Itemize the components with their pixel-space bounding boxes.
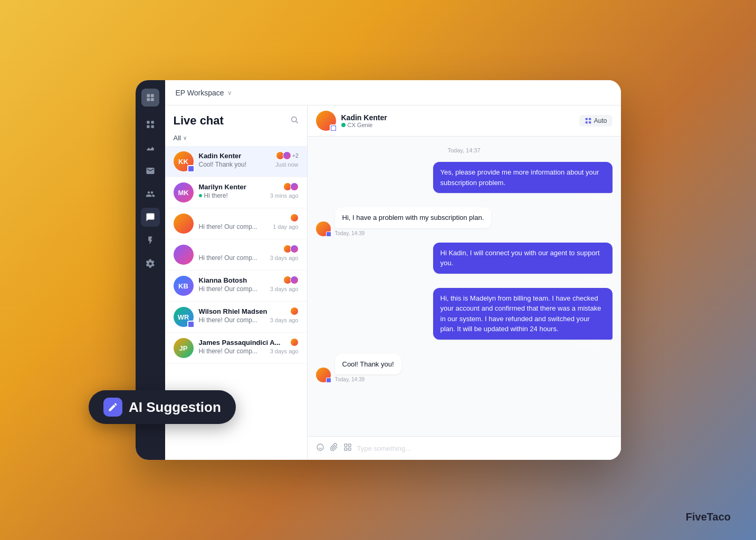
message-row: Hi Kadin, I will connect you with our ag… [316,243,613,282]
chat-item-preview: Hi there! Our comp... 3 days ago [199,254,299,262]
ai-suggestion-label: AI Suggestion [129,399,221,416]
avatar-badge-icon [326,378,331,383]
preview-text: Hi there! Our comp... [199,254,257,262]
preview-text: Hi there! Our comp... [199,316,257,324]
message-bubble: Hi, this is Madelyn from billing team. I… [433,288,613,340]
filter-label: All [174,134,181,142]
message-row: Hi, this is Madelyn from billing team. I… [316,288,613,348]
more-icon[interactable] [343,443,352,454]
sidebar-icon-users[interactable] [141,185,160,204]
chat-input-area [308,436,621,460]
chat-item[interactable]: KB Kianna Botosh Hi there [165,271,307,302]
filter-chevron-icon[interactable]: ∨ [183,135,187,141]
live-chat-title: Live chat [174,114,224,128]
avatar: KB [174,276,194,296]
chat-input-field[interactable] [357,445,613,452]
bot-badge-icon [187,165,195,172]
chat-item-info: Kianna Botosh Hi there! Our comp... 3 da… [199,276,299,293]
svg-point-15 [317,444,323,450]
svg-rect-10 [331,126,336,130]
sidebar-icon-bolt[interactable] [141,231,160,250]
avatar-wrap: KB [174,276,194,296]
chat-item[interactable]: Hi there! Our comp... 3 days ago [165,239,307,271]
chat-item-name: Marilyn Kenter [199,183,246,191]
chat-window-header: Kadin Kenter CX Genie Auto [308,105,621,137]
message-time: Today, 14 [433,195,613,201]
svg-rect-12 [589,118,591,120]
chat-item-name: James Passaquindici A... [199,339,281,346]
attachment-icon[interactable] [330,443,338,454]
bot-badge-icon [187,321,195,328]
agent-avatar [290,276,299,284]
chat-item-top [199,214,299,222]
svg-rect-4 [147,121,149,123]
brand-taco: Taco [707,511,731,523]
sidebar-icon-settings[interactable] [141,254,160,273]
sidebar-icon-dashboard[interactable] [141,115,160,134]
svg-rect-6 [147,126,149,128]
workspace-chevron: ∨ [227,89,232,97]
contact-sub: CX Genie [341,122,387,128]
avatar-wrap: JP [174,338,194,358]
svg-rect-20 [344,448,347,450]
message-bubble: Hi, I have a problem with my subscriptio… [335,207,492,228]
avatar: JP [174,338,194,358]
sidebar-logo[interactable] [141,89,159,107]
chat-item[interactable]: KK Kadin Kenter +2 [165,146,307,177]
chat-item[interactable]: JP James Passaquindici A... Hi there! Ou… [165,333,307,364]
svg-rect-3 [150,98,154,101]
chat-item-time: 3 days ago [270,286,299,292]
svg-rect-1 [150,94,154,97]
avatar [174,214,194,234]
chat-item[interactable]: Hi there! Our comp... 1 day ago [165,208,307,239]
avatar-wrap: MK [174,182,194,202]
svg-rect-18 [344,444,347,447]
auto-mode-badge[interactable]: Auto [579,115,613,127]
agents-row [283,276,299,284]
chat-item-preview: Hi there! 3 mins ago [199,192,299,199]
preview-text: Hi there! Our comp... [199,348,257,355]
brand-five: Five [686,511,707,523]
message-time: Today, 14:39 [335,377,401,382]
chat-item-preview: Hi there! Our comp... 3 days ago [199,348,299,355]
svg-rect-0 [147,94,150,97]
agent-avatar [290,245,299,253]
sidebar-icon-mail[interactable] [141,161,160,180]
svg-point-8 [291,117,296,122]
messages-area: Today, 14:37 Yes, please provide me more… [308,137,621,436]
avatar-badge-icon [326,232,331,237]
svg-rect-11 [586,118,588,120]
chat-item-preview: Hi there! Our comp... 3 days ago [199,285,299,293]
agent-avatar [290,214,299,222]
chat-item[interactable]: MK Marilyn Kenter [165,177,307,208]
chat-item-info: Marilyn Kenter Hi there! 3 mins ago [199,182,299,199]
ai-suggestion-button[interactable]: AI Suggestion [89,390,236,424]
svg-rect-14 [589,121,591,123]
agents-row [283,182,299,191]
contact-avatar [316,111,336,131]
emoji-icon[interactable] [316,443,324,454]
message-row: Hi, I have a problem with my subscriptio… [316,207,613,236]
chat-item-top: Kianna Botosh [199,276,299,284]
auto-label: Auto [594,117,607,124]
search-icon[interactable] [290,115,299,126]
chat-item-info: Kadin Kenter +2 Cool! Thank you! Just no… [199,151,299,168]
chat-item-info: Hi there! Our comp... 1 day ago [199,214,299,230]
agent-avatar [290,307,299,315]
sidebar-icon-chat[interactable] [141,208,160,227]
chat-item[interactable]: WR Wilson Rhiel Madsen Hi there! Our com… [165,302,307,333]
sender-avatar [316,368,331,382]
avatar-wrap: KK [174,151,194,171]
chat-item-info: James Passaquindici A... Hi there! Our c… [199,338,299,355]
chat-header-info: Kadin Kenter CX Genie [341,113,387,128]
sender-avatar [316,221,331,236]
agent-avatar [283,151,291,160]
workspace-label: EP Workspace [176,89,224,97]
avatar-wrap: WR [174,307,194,327]
contact-name: Kadin Kenter [341,113,387,122]
preview-text: Cool! Thank you! [199,161,247,168]
chat-window: Kadin Kenter CX Genie Auto [308,105,621,460]
sidebar-icon-analytics[interactable] [141,138,160,157]
agent-avatar [290,182,299,191]
message-bubble-wrap: Hi, I have a problem with my subscriptio… [335,207,492,236]
